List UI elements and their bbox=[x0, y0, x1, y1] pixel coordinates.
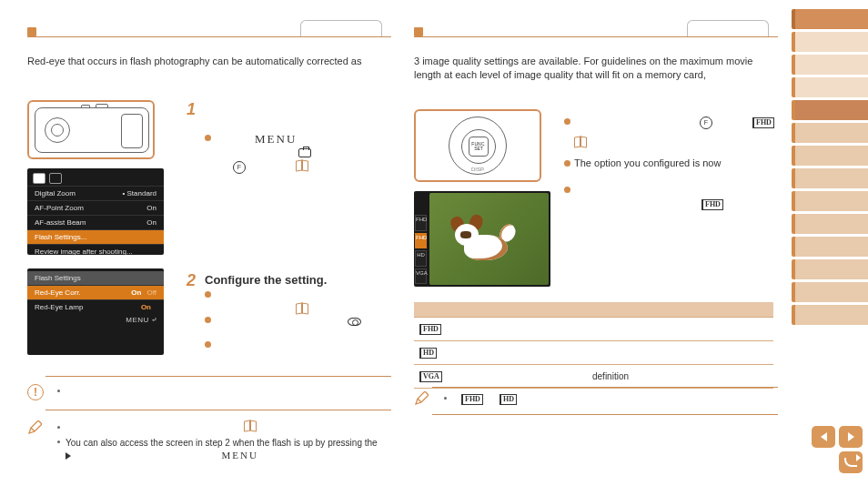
nav-return-button[interactable] bbox=[839, 451, 863, 473]
side-tab[interactable] bbox=[792, 9, 868, 29]
quality-table: FHDHDVGAdefinition bbox=[414, 302, 773, 389]
pencil-icon bbox=[27, 420, 42, 435]
section-tab-left bbox=[300, 20, 382, 36]
side-tab[interactable] bbox=[792, 259, 868, 279]
side-tab[interactable] bbox=[792, 100, 868, 120]
camera-illustration bbox=[27, 100, 155, 159]
divider bbox=[45, 376, 391, 377]
pencil-icon bbox=[414, 391, 429, 406]
quality-icon: FHD bbox=[752, 115, 774, 128]
section-marker bbox=[27, 27, 36, 36]
menu-row: Red-Eye Corr.OnOff bbox=[27, 285, 164, 299]
note-bullet-icon bbox=[57, 426, 60, 429]
book-ref-icon bbox=[574, 137, 587, 149]
chevron-right-icon bbox=[848, 432, 854, 441]
quality-icon: FHD bbox=[701, 197, 723, 210]
bullet-icon bbox=[564, 160, 570, 167]
section-marker bbox=[414, 27, 423, 36]
bullet-icon bbox=[205, 135, 211, 141]
note-bullet-icon bbox=[57, 390, 60, 392]
bullet-icon bbox=[564, 187, 570, 193]
func-set-icon: F bbox=[700, 116, 712, 129]
side-tab[interactable] bbox=[792, 32, 868, 52]
side-tab[interactable] bbox=[792, 146, 868, 166]
return-icon bbox=[844, 458, 857, 467]
quality-option: VGA bbox=[415, 268, 427, 285]
bullet-icon bbox=[205, 317, 211, 323]
table-row: VGAdefinition bbox=[414, 364, 773, 388]
table-header bbox=[459, 302, 587, 317]
section-tab-right bbox=[687, 20, 769, 36]
quality-icon: HD bbox=[500, 391, 517, 405]
flash-settings-title: Flash Settings bbox=[27, 271, 164, 285]
bullet-icon bbox=[205, 291, 211, 298]
side-tabs bbox=[792, 9, 868, 328]
quality-option: FHD bbox=[415, 215, 427, 231]
side-tab[interactable] bbox=[792, 214, 868, 234]
side-tab[interactable] bbox=[792, 168, 868, 188]
note-text: You can also access the screen in step 2… bbox=[66, 437, 379, 461]
quality-option: FHD bbox=[415, 233, 427, 249]
note-bullet-icon bbox=[444, 397, 447, 400]
chevron-left-icon bbox=[821, 432, 827, 441]
menu-label: MENU bbox=[255, 132, 297, 147]
intro-text-left: Red-eye that occurs in flash photography… bbox=[27, 55, 387, 68]
control-dial-illustration: FUNC.SET DISP. bbox=[414, 109, 541, 182]
book-ref-icon bbox=[296, 303, 308, 316]
red-eye-icon bbox=[348, 315, 361, 328]
step-number-2: 2 bbox=[187, 271, 196, 290]
side-tab[interactable] bbox=[792, 55, 868, 75]
quality-option: HD bbox=[415, 250, 427, 267]
side-tab[interactable] bbox=[792, 282, 868, 302]
side-tab[interactable] bbox=[792, 237, 868, 257]
sample-photo-dog bbox=[429, 193, 549, 285]
disp-label: DISP. bbox=[471, 167, 485, 172]
nav-next-button[interactable] bbox=[839, 426, 863, 448]
divider bbox=[432, 387, 778, 388]
menu-row: Flash Settings... bbox=[27, 229, 164, 244]
divider bbox=[414, 36, 778, 37]
side-tab[interactable] bbox=[792, 77, 868, 97]
tools-tab-icon bbox=[49, 173, 62, 184]
menu-row: Digital Zoom• Standard bbox=[27, 186, 164, 200]
menu-row: AF-Point ZoomOn bbox=[27, 200, 164, 215]
table-row: FHD bbox=[414, 317, 773, 340]
right-arrow-icon bbox=[66, 452, 71, 460]
movie-quality-screenshot: FHDFHDHDVGA bbox=[414, 191, 550, 287]
menu-screenshot-2: Flash Settings Red-Eye Corr.OnOffRed-Eye… bbox=[27, 268, 164, 355]
divider bbox=[432, 414, 778, 415]
step-number-1: 1 bbox=[187, 100, 196, 119]
book-ref-icon bbox=[244, 420, 257, 433]
side-tab[interactable] bbox=[792, 191, 868, 211]
menu-row: AF-assist BeamOn bbox=[27, 215, 164, 229]
table-header bbox=[414, 302, 459, 317]
note-bullet-icon bbox=[57, 440, 60, 443]
func-set-button: FUNC.SET bbox=[469, 137, 489, 157]
table-header bbox=[587, 302, 773, 317]
menu-screenshot-1: Digital Zoom• StandardAF-Point ZoomOnAF-… bbox=[27, 168, 164, 255]
func-set-icon: F bbox=[233, 160, 246, 174]
divider bbox=[45, 410, 391, 410]
camera-tab-icon bbox=[33, 173, 45, 184]
book-ref-icon bbox=[296, 160, 308, 173]
side-tab[interactable] bbox=[792, 305, 868, 325]
intro-text-right: 3 image quality settings are available. … bbox=[414, 55, 773, 83]
side-tab[interactable] bbox=[792, 123, 868, 143]
menu-footer: MENU ⤶ bbox=[27, 314, 164, 326]
bullet-icon bbox=[564, 118, 570, 125]
divider bbox=[27, 36, 391, 37]
nav-prev-button[interactable] bbox=[812, 426, 835, 448]
menu-row: Review image after shooting... bbox=[27, 244, 164, 258]
menu-row: Red-Eye LampOn bbox=[27, 299, 164, 314]
camera-tab-icon bbox=[298, 146, 311, 158]
table-row: HD bbox=[414, 340, 773, 364]
step-2-heading: Configure the setting. bbox=[205, 273, 327, 287]
quality-icon: FHD bbox=[461, 391, 483, 405]
bullet-icon bbox=[205, 341, 211, 348]
menu-label: MENU bbox=[222, 450, 258, 461]
caution-icon: ! bbox=[27, 384, 44, 400]
configured-text: The option you configured is now bbox=[574, 157, 721, 168]
